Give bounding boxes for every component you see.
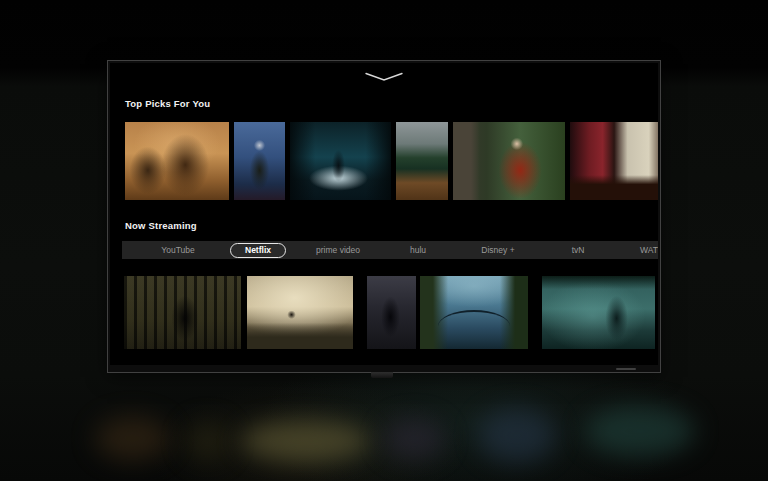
tab-hulu-label: hulu — [410, 245, 426, 255]
tab-netflix-label: Netflix — [230, 243, 286, 258]
card-teal-mist-woman[interactable] — [542, 276, 655, 349]
tv-stand — [371, 372, 393, 378]
card-horse-rider-sepia-hills[interactable] — [247, 276, 353, 349]
tab-disney-plus-label: Disney + — [481, 245, 514, 255]
card-bridge-over-canyon[interactable] — [420, 276, 528, 349]
tab-netflix[interactable]: Netflix — [218, 241, 298, 259]
tab-hulu[interactable]: hulu — [378, 241, 458, 259]
top-picks-row — [125, 122, 658, 200]
tab-prime-video-label: prime video — [316, 245, 360, 255]
card-woman-black-dress-forest[interactable] — [124, 276, 241, 349]
bezel-brand-mark — [616, 368, 636, 371]
floor-reflection-olive — [185, 421, 230, 461]
streaming-service-tabbar: YouTube Netflix prime video hulu Disney … — [122, 241, 658, 259]
floor-reflection-blue — [478, 408, 556, 463]
floor-reflection-teal — [585, 405, 695, 457]
tv-frame: Top Picks For You Now Streaming YouTube … — [107, 60, 661, 373]
tab-youtube[interactable]: YouTube — [138, 241, 218, 259]
tab-prime-video[interactable]: prime video — [298, 241, 378, 259]
floor-reflection-purple — [383, 418, 445, 460]
tv-screen: Top Picks For You Now Streaming YouTube … — [110, 63, 658, 365]
now-streaming-row — [124, 276, 655, 349]
card-helmet-person-blue-sky[interactable] — [234, 122, 285, 200]
tab-tvn-label: tvN — [572, 245, 585, 255]
card-hooded-reaper-forest[interactable] — [367, 276, 416, 349]
floor-reflection-warm — [95, 416, 170, 461]
card-forest-flashlight-figure[interactable] — [290, 122, 391, 200]
card-desert-explorers[interactable] — [125, 122, 229, 200]
card-maze-in-foggy-forest[interactable] — [396, 122, 448, 200]
now-streaming-title: Now Streaming — [125, 220, 197, 231]
chevron-down-icon[interactable] — [364, 68, 404, 86]
tab-watcha-label: WATCHA — [640, 245, 658, 255]
card-theater-boy-red-curtain[interactable] — [570, 122, 658, 200]
tab-youtube-label: YouTube — [161, 245, 194, 255]
tab-watcha[interactable]: WATCHA — [618, 241, 658, 259]
tab-disney-plus[interactable]: Disney + — [458, 241, 538, 259]
card-red-riding-hood[interactable] — [453, 122, 565, 200]
floor-reflection-tan — [240, 420, 370, 462]
tab-tvn[interactable]: tvN — [538, 241, 618, 259]
top-picks-title: Top Picks For You — [125, 98, 210, 109]
